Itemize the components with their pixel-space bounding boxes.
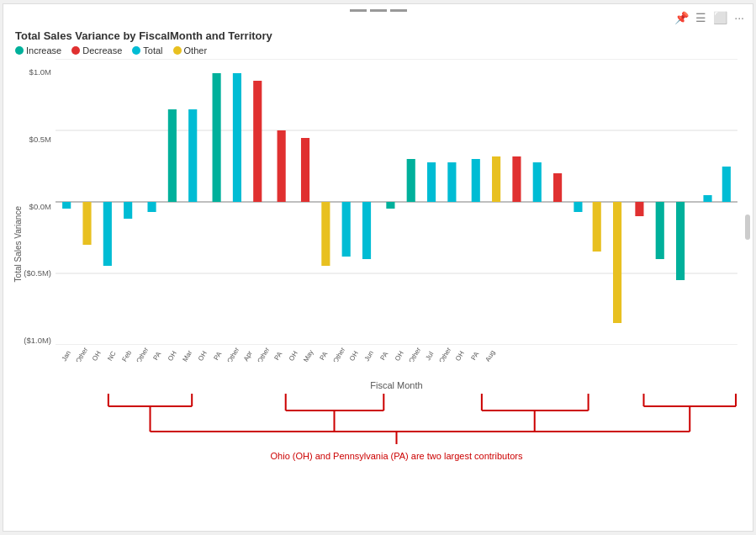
svg-rect-35	[703, 195, 711, 202]
y-label-0M: $0.0M	[29, 202, 51, 211]
x-label-apr: Apr	[241, 347, 256, 362]
x-axis-title: Fiscal Month	[56, 380, 737, 390]
x-label-other2: Other	[135, 347, 150, 362]
x-label-pa2: PA	[211, 347, 225, 362]
filter-icon[interactable]: ☰	[695, 11, 706, 24]
x-label-other3: Other	[226, 347, 241, 362]
x-label-oh6: OH	[393, 347, 407, 362]
x-label-oh7: OH	[453, 347, 468, 362]
y-label-1M: $1.0M	[29, 67, 51, 77]
increase-dot	[15, 46, 24, 55]
svg-rect-10	[168, 109, 177, 202]
x-label-oh2: OH	[166, 347, 180, 362]
x-label-other1: Other	[75, 347, 89, 362]
svg-rect-30	[593, 202, 601, 252]
x-label-aug: Aug	[484, 347, 498, 362]
x-label-other4: Other	[256, 347, 271, 362]
svg-rect-25	[492, 156, 500, 202]
legend-other-label: Other	[184, 45, 208, 56]
x-label-pa3: PA	[272, 347, 286, 362]
more-icon[interactable]: ···	[734, 11, 744, 24]
pin-icon[interactable]: 📌	[674, 11, 689, 24]
svg-rect-32	[635, 202, 643, 216]
x-label-feb: Feb	[120, 347, 135, 362]
x-label-pa5: PA	[378, 347, 392, 362]
svg-rect-24	[472, 159, 480, 202]
other-dot	[173, 46, 182, 55]
svg-rect-33	[656, 202, 664, 259]
svg-rect-31	[613, 202, 621, 323]
x-label-oh3: OH	[196, 347, 210, 362]
x-label-other5: Other	[332, 347, 346, 362]
x-label-pa4: PA	[317, 347, 331, 362]
svg-rect-29	[574, 202, 582, 212]
svg-rect-5	[62, 202, 71, 209]
y-axis-label: Total Sales Variance	[13, 206, 23, 282]
legend-decrease-label: Decrease	[82, 45, 122, 56]
svg-rect-28	[553, 173, 562, 202]
svg-rect-14	[253, 81, 262, 202]
svg-rect-21	[407, 159, 415, 202]
svg-rect-17	[321, 202, 330, 266]
svg-rect-9	[147, 202, 156, 212]
main-card: 📌 ☰ ⬜ ··· Total Sales Variance by Fiscal…	[3, 3, 753, 532]
svg-rect-16	[301, 138, 309, 202]
x-label-jan: Jan	[60, 347, 74, 362]
x-label-other7: Other	[438, 347, 452, 362]
decrease-dot	[71, 46, 80, 55]
chart-title: Total Sales Variance by FiscalMonth and …	[15, 29, 744, 42]
total-dot	[132, 46, 140, 55]
x-label-oh5: OH	[347, 347, 362, 362]
scrollbar[interactable]	[745, 215, 750, 240]
svg-rect-13	[233, 73, 241, 202]
svg-rect-20	[386, 202, 394, 209]
svg-rect-34	[676, 202, 685, 280]
x-label-mar: Mar	[181, 347, 195, 362]
svg-rect-36	[722, 167, 731, 202]
x-label-oh1: OH	[90, 347, 104, 362]
svg-rect-8	[124, 202, 132, 219]
legend-total: Total	[132, 45, 162, 56]
legend-increase: Increase	[15, 45, 61, 56]
top-icons: 📌 ☰ ⬜ ···	[674, 11, 744, 24]
x-label-pa1: PA	[151, 347, 165, 362]
y-label-neg-0-5M: ($0.5M)	[24, 268, 51, 278]
x-label-pa6: PA	[468, 347, 483, 362]
legend-decrease: Decrease	[71, 45, 122, 56]
svg-rect-6	[82, 202, 91, 245]
drag-handle	[350, 9, 407, 12]
y-label-0-5M: $0.5M	[29, 135, 51, 144]
svg-rect-22	[427, 162, 436, 202]
legend-other: Other	[173, 45, 208, 56]
svg-rect-7	[103, 202, 112, 266]
y-label-neg-1M: ($1.0M)	[24, 336, 51, 345]
legend-increase-label: Increase	[26, 45, 61, 56]
x-label-other6: Other	[408, 347, 422, 362]
x-label-may: May	[302, 347, 316, 362]
x-label-jul: Jul	[423, 347, 437, 362]
chart-svg	[56, 59, 737, 345]
legend-total-label: Total	[143, 45, 162, 56]
svg-rect-26	[512, 156, 521, 202]
x-label-jun: Jun	[362, 347, 377, 362]
svg-rect-23	[447, 162, 456, 202]
svg-rect-19	[362, 202, 371, 259]
x-label-nc: NC	[105, 347, 119, 362]
expand-icon[interactable]: ⬜	[713, 11, 727, 24]
svg-rect-18	[342, 202, 351, 257]
svg-rect-12	[213, 73, 221, 202]
annotation-text: Ohio (OH) and Pennsylvania (PA) are two …	[271, 451, 523, 461]
legend: Increase Decrease Total Other	[15, 45, 744, 56]
svg-rect-15	[278, 130, 286, 202]
svg-rect-11	[188, 109, 197, 202]
svg-rect-27	[533, 162, 542, 202]
x-label-oh4: OH	[287, 347, 301, 362]
